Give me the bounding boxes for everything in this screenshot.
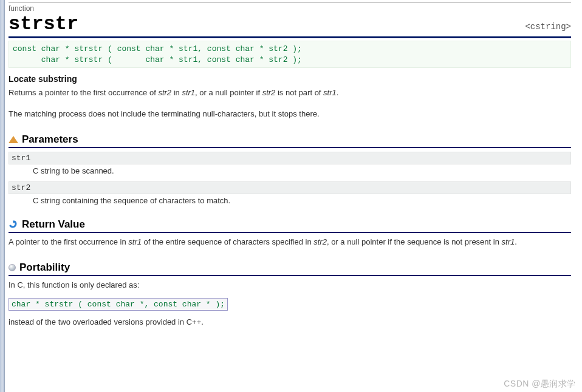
param-item: str1 C string to be scanned.: [9, 152, 571, 175]
text: , or a null pointer if the sequence is n…: [327, 237, 502, 246]
section-parameters: Parameters str1 C string to be scanned. …: [9, 133, 571, 205]
page-title: strstr: [9, 13, 78, 35]
text: .: [515, 237, 517, 246]
text: of the entire sequence of characters spe…: [142, 237, 313, 246]
section-title: Parameters: [22, 133, 78, 146]
portability-icon: [9, 264, 16, 271]
portability-code: char * strstr ( const char *, const char…: [9, 298, 228, 311]
portability-line2: instead of the two overloaded versions p…: [9, 317, 571, 328]
param-ref: str1: [128, 237, 142, 246]
param-desc: C string to be scanned.: [33, 166, 571, 175]
top-divider: [9, 2, 571, 3]
param-ref: str1: [502, 237, 515, 246]
section-return-value: Return Value A pointer to the first occu…: [9, 218, 571, 248]
header-include: <cstring>: [525, 22, 571, 32]
param-name: str1: [9, 152, 571, 164]
param-item: str2 C string containing the sequence of…: [9, 181, 571, 205]
description-2: The matching process does not include th…: [9, 109, 571, 120]
portability-line1: In C, this function is only declared as:: [9, 280, 571, 291]
left-scrollbar[interactable]: [0, 0, 5, 392]
page-content: function strstr <cstring> const char * s…: [9, 0, 582, 328]
entity-kind: function: [9, 4, 571, 13]
param-desc: C string containing the sequence of char…: [33, 196, 571, 205]
prototype-box: const char * strstr ( const char * str1,…: [9, 41, 571, 68]
section-title: Portability: [19, 262, 70, 274]
text: is not part of: [275, 88, 323, 97]
return-text: A pointer to the first occurrence in str…: [9, 237, 571, 248]
param-ref: str2: [313, 237, 327, 246]
section-title: Return Value: [22, 218, 85, 231]
watermark: CSDN @愚润求学: [504, 379, 576, 390]
param-ref: str1: [182, 88, 195, 97]
text: Returns a pointer to the first occurrenc…: [9, 88, 158, 97]
section-portability: Portability In C, this function is only …: [9, 262, 571, 329]
text: A pointer to the first occurrence in: [9, 237, 128, 246]
param-ref: str2: [262, 88, 276, 97]
param-ref: str1: [323, 88, 337, 97]
text: , or a null pointer if: [195, 88, 262, 97]
parameters-icon: [9, 136, 18, 143]
param-name: str2: [9, 181, 571, 194]
subtitle: Locate substring: [9, 74, 571, 84]
param-ref: str2: [158, 88, 171, 97]
description-1: Returns a pointer to the first occurrenc…: [9, 87, 571, 99]
title-row: strstr <cstring>: [9, 13, 571, 38]
return-icon: [9, 220, 18, 229]
section-header: Parameters: [9, 133, 571, 148]
section-header: Return Value: [9, 218, 571, 233]
section-header: Portability: [9, 262, 571, 276]
text: .: [337, 88, 339, 97]
text: in: [171, 88, 182, 97]
